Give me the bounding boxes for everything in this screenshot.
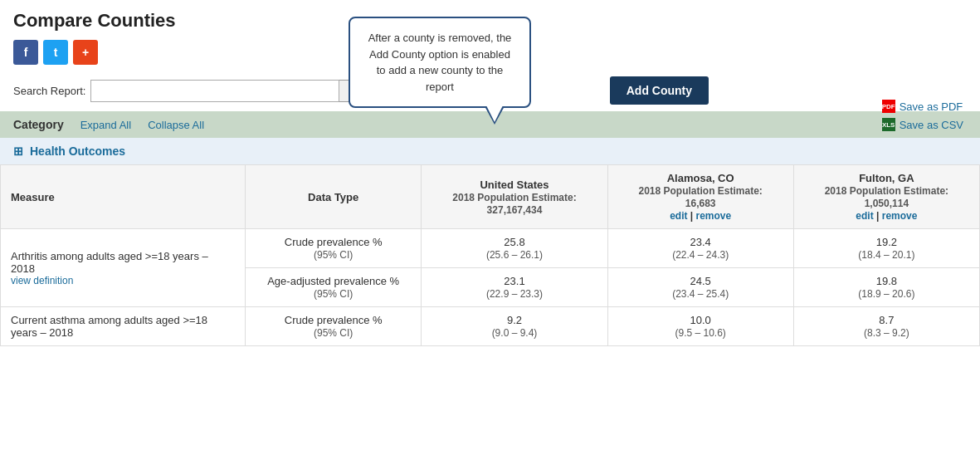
twitter-icon[interactable]: t (43, 40, 68, 65)
alamosa-remove-link[interactable]: remove (696, 210, 732, 222)
us-pop: 327,167,434 (487, 204, 543, 216)
health-outcomes-section: ⊞ Health Outcomes (0, 138, 980, 164)
pdf-label: Save as PDF (900, 100, 963, 113)
fulton-edit-link[interactable]: edit (856, 210, 873, 222)
data-table: Measure Data Type United States 2018 Pop… (0, 164, 980, 346)
arthritis-ageadj-datatype: Age-adjusted prevalence % (95% CI) (246, 268, 422, 307)
asthma-crude-alamosa: 10.0 (9.5 – 10.6) (607, 307, 793, 346)
arthritis-crude-alamosa: 23.4 (22.4 – 24.3) (607, 229, 793, 268)
arthritis-crude-fulton: 19.2 (18.4 – 20.1) (793, 229, 979, 268)
fulton-actions: edit | remove (856, 210, 917, 222)
separator2: | (876, 210, 882, 222)
tooltip: After a county is removed, the Add Count… (349, 17, 531, 108)
arthritis-ageadj-us: 23.1 (22.9 – 23.3) (422, 268, 607, 307)
asthma-crude-us: 9.2 (9.0 – 9.4) (422, 307, 607, 346)
search-input[interactable] (90, 80, 339, 102)
alamosa-edit-link[interactable]: edit (670, 210, 687, 222)
arthritis-measure: Arthritis among adults aged >=18 years –… (1, 229, 246, 307)
table-row: Arthritis among adults aged >=18 years –… (1, 229, 980, 268)
fulton-pop: 1,050,114 (865, 198, 909, 209)
search-label: Search Report: (13, 85, 85, 97)
table-row: Current asthma among adults aged >=18 ye… (1, 307, 980, 346)
fulton-name: Fulton, GA (859, 172, 914, 184)
arthritis-crude-us: 25.8 (25.6 – 26.1) (422, 229, 607, 268)
asthma-measure: Current asthma among adults aged >=18 ye… (1, 307, 246, 346)
alamosa-actions: edit | remove (670, 210, 731, 222)
save-pdf-link[interactable]: PDF Save as PDF (882, 100, 963, 113)
alamosa-pop: 16,683 (685, 198, 716, 209)
collapse-all-link[interactable]: Collapse All (148, 119, 204, 131)
col-header-measure: Measure (1, 165, 246, 229)
col-header-datatype: Data Type (246, 165, 422, 229)
col-header-alamosa: Alamosa, CO 2018 Population Estimate: 16… (607, 165, 793, 229)
separator: | (690, 210, 696, 222)
us-pop-label: 2018 Population Estimate: (452, 192, 576, 203)
arthritis-ageadj-fulton: 19.8 (18.9 – 20.6) (793, 268, 979, 307)
facebook-icon[interactable]: f (13, 40, 38, 65)
alamosa-name: Alamosa, CO (667, 172, 734, 184)
pdf-icon: PDF (882, 100, 895, 113)
asthma-crude-fulton: 8.7 (8.3 – 9.2) (793, 307, 979, 346)
csv-icon: XLS (882, 118, 895, 131)
fulton-pop-label: 2018 Population Estimate: (825, 185, 948, 197)
col-header-us: United States 2018 Population Estimate: … (422, 165, 607, 229)
asthma-crude-datatype: Crude prevalence % (95% CI) (246, 307, 422, 346)
arthritis-ageadj-alamosa: 24.5 (23.4 – 25.4) (607, 268, 793, 307)
save-csv-link[interactable]: XLS Save as CSV (882, 118, 963, 131)
section-title: Health Outcomes (30, 144, 125, 158)
arthritis-crude-datatype: Crude prevalence % (95% CI) (246, 229, 422, 268)
export-buttons: PDF Save as PDF XLS Save as CSV (882, 100, 963, 131)
us-name: United States (480, 179, 549, 191)
csv-label: Save as CSV (900, 119, 963, 131)
tooltip-text: After a county is removed, the Add Count… (349, 17, 531, 108)
addthis-icon[interactable]: + (73, 40, 98, 65)
add-county-button[interactable]: Add County (610, 76, 709, 105)
expand-all-link[interactable]: Expand All (80, 119, 131, 131)
alamosa-pop-label: 2018 Population Estimate: (638, 185, 762, 197)
section-toggle-icon[interactable]: ⊞ (13, 144, 23, 158)
category-label: Category (13, 118, 64, 131)
view-definition-link[interactable]: view definition (11, 275, 235, 286)
col-header-fulton: Fulton, GA 2018 Population Estimate: 1,0… (793, 165, 979, 229)
fulton-remove-link[interactable]: remove (882, 210, 918, 222)
